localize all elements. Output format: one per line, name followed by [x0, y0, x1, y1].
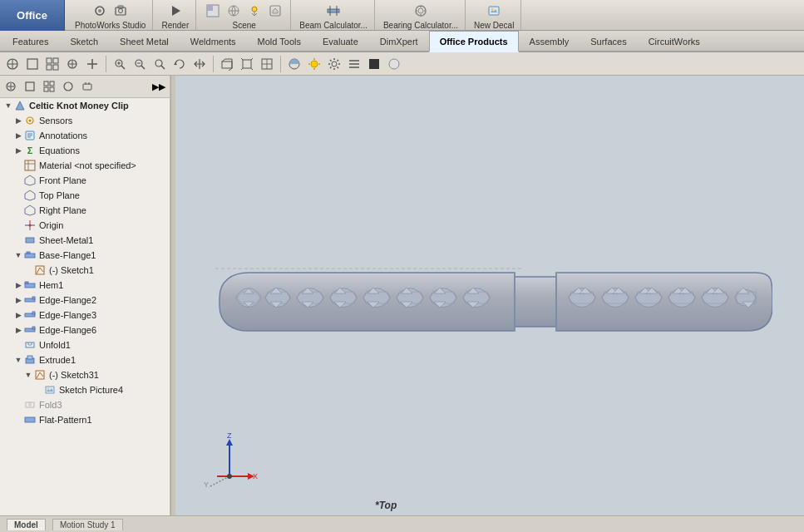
- tree-sketch31[interactable]: ▼ (-) Sketch31: [0, 367, 170, 382]
- tree-btn-expand[interactable]: ▶▶: [150, 77, 168, 96]
- tree-sensors[interactable]: ▶ Sensors: [0, 113, 170, 128]
- tab-sheet-metal[interactable]: Sheet Metal: [109, 30, 180, 52]
- tree-right-plane[interactable]: Right Plane: [0, 203, 170, 218]
- tree-sketch-picture4[interactable]: Sketch Picture4: [0, 382, 170, 397]
- office-button[interactable]: Office: [0, 0, 65, 31]
- beam-calc-btn[interactable]: [323, 1, 343, 21]
- hem1-label: Hem1: [39, 280, 63, 290]
- tree-edge-flange2[interactable]: ▶ Edge-Flange2: [0, 293, 170, 308]
- svg-point-71: [64, 82, 72, 91]
- edge-flange6-expand[interactable]: ▶: [13, 325, 23, 335]
- toolbar2-view3[interactable]: [258, 55, 276, 73]
- tree-edge-flange6[interactable]: ▶ Edge-Flange6: [0, 323, 170, 337]
- tree-base-flange1[interactable]: ▼ Base-Flange1: [0, 248, 170, 263]
- toolbar2-dark[interactable]: [365, 55, 383, 73]
- tab-assembly[interactable]: Assembly: [519, 30, 580, 52]
- toolbar2-zoom-fit[interactable]: [150, 55, 169, 73]
- tree-fold3[interactable]: Fold3: [0, 397, 170, 412]
- scene-btn1[interactable]: [203, 1, 223, 21]
- tree-material[interactable]: Material <not specified>: [0, 158, 170, 173]
- base-flange1-expand[interactable]: ▼: [13, 250, 23, 260]
- tab-surfaces[interactable]: Surfaces: [580, 30, 637, 52]
- sketch31-expand[interactable]: ▼: [23, 370, 33, 380]
- tab-evaluate[interactable]: Evaluate: [312, 30, 369, 52]
- viewport[interactable]: X Z Y *Top: [175, 76, 804, 515]
- equations-expand[interactable]: ▶: [13, 145, 23, 155]
- tree-extrude1[interactable]: ▼ Extrude1: [0, 352, 170, 367]
- new-decal-btn[interactable]: [484, 1, 504, 21]
- toolbar2-lighting[interactable]: [305, 55, 323, 73]
- tab-features[interactable]: Features: [2, 30, 59, 52]
- tree-sketch1[interactable]: (-) Sketch1: [0, 263, 170, 278]
- toolbar2-btn1[interactable]: [3, 55, 22, 73]
- scene-label: Scene: [231, 21, 258, 30]
- tree-root-label: Celtic Knot Money Clip: [29, 101, 129, 111]
- toolbar2-menu[interactable]: [345, 55, 363, 73]
- unfold1-label: Unfold1: [39, 340, 71, 350]
- tree-btn2[interactable]: [21, 77, 39, 96]
- scene-btn3[interactable]: [244, 1, 264, 21]
- root-expand[interactable]: ▼: [3, 101, 13, 111]
- top-bar: Office PhotoWorks Studio Render: [0, 0, 804, 31]
- edge-flange3-expand[interactable]: ▶: [13, 310, 23, 320]
- status-tab-motion-study[interactable]: Motion Study 1: [52, 519, 123, 530]
- tab-circuitworks[interactable]: CircuitWorks: [638, 30, 711, 52]
- toolbar2-circle[interactable]: [385, 55, 403, 73]
- tab-weldments[interactable]: Weldments: [180, 30, 247, 52]
- tree-sheet-metal1[interactable]: Sheet-Metal1: [0, 233, 170, 248]
- photoworks-group: PhotoWorks Studio: [68, 0, 153, 30]
- status-tab-model[interactable]: Model: [7, 519, 46, 530]
- tree-btn3[interactable]: [40, 77, 58, 96]
- scene-btn2[interactable]: [224, 1, 244, 21]
- svg-rect-30: [53, 65, 58, 70]
- toolbar2-btn2[interactable]: [23, 55, 42, 73]
- right-plane-icon: [23, 204, 37, 217]
- annotations-expand[interactable]: ▶: [13, 131, 23, 140]
- tree-edge-flange3[interactable]: ▶ Edge-Flange3: [0, 308, 170, 323]
- hem1-expand[interactable]: ▶: [13, 280, 23, 290]
- toolbar2-btn5[interactable]: [83, 55, 101, 73]
- tab-office-products[interactable]: Office Products: [429, 31, 519, 52]
- toolbar2-pan[interactable]: [190, 55, 209, 73]
- extrude1-expand[interactable]: ▼: [13, 355, 23, 365]
- toolbar2-view1[interactable]: [218, 55, 236, 73]
- photoworks-btn2[interactable]: [111, 1, 131, 21]
- bearing-calc-btn[interactable]: [411, 1, 431, 21]
- svg-rect-26: [27, 59, 37, 69]
- sensors-expand[interactable]: ▶: [13, 116, 23, 126]
- toolbar2-zoom-out[interactable]: [131, 55, 149, 73]
- office-label: Office: [17, 9, 47, 22]
- tree-annotations[interactable]: ▶ Annotations: [0, 128, 170, 143]
- sketch-picture4-label: Sketch Picture4: [59, 385, 123, 395]
- photoworks-btn1[interactable]: [90, 1, 110, 21]
- tree-flat-pattern1[interactable]: Flat-Pattern1: [0, 412, 170, 427]
- tree-unfold1[interactable]: Unfold1: [0, 337, 170, 352]
- svg-point-3: [119, 8, 123, 12]
- toolbar2-view2[interactable]: [238, 55, 256, 73]
- tree-equations[interactable]: ▶ Σ Equations: [0, 143, 170, 158]
- toolbar2-rotate[interactable]: [170, 55, 189, 73]
- edge-flange2-expand[interactable]: ▶: [13, 295, 23, 305]
- toolbar2-zoom-in[interactable]: [111, 55, 129, 73]
- svg-rect-101: [32, 327, 35, 329]
- ribbon-tabs: Features Sketch Sheet Metal Weldments Mo…: [0, 31, 804, 52]
- tree-btn5[interactable]: [78, 77, 96, 96]
- tab-dimxpert[interactable]: DimXpert: [369, 30, 429, 52]
- tree-front-plane[interactable]: Front Plane: [0, 173, 170, 188]
- scene-btn4[interactable]: [265, 1, 285, 21]
- svg-rect-92: [27, 252, 30, 254]
- tree-top-plane[interactable]: Top Plane: [0, 188, 170, 203]
- tree-root[interactable]: ▼ Celtic Knot Money Clip: [0, 98, 170, 113]
- render-btn[interactable]: [165, 1, 185, 21]
- tree-hem1[interactable]: ▶ Hem1: [0, 278, 170, 293]
- render-label: Render: [160, 21, 190, 30]
- tab-mold-tools[interactable]: Mold Tools: [247, 30, 312, 52]
- toolbar2-settings[interactable]: [325, 55, 343, 73]
- tree-btn1[interactable]: [2, 77, 20, 96]
- tree-btn4[interactable]: [59, 77, 77, 96]
- tree-origin[interactable]: Origin: [0, 218, 170, 233]
- tab-sketch[interactable]: Sketch: [59, 30, 109, 52]
- toolbar2-btn3[interactable]: [43, 55, 62, 73]
- toolbar2-btn4[interactable]: [63, 55, 81, 73]
- toolbar2-color[interactable]: [285, 55, 303, 73]
